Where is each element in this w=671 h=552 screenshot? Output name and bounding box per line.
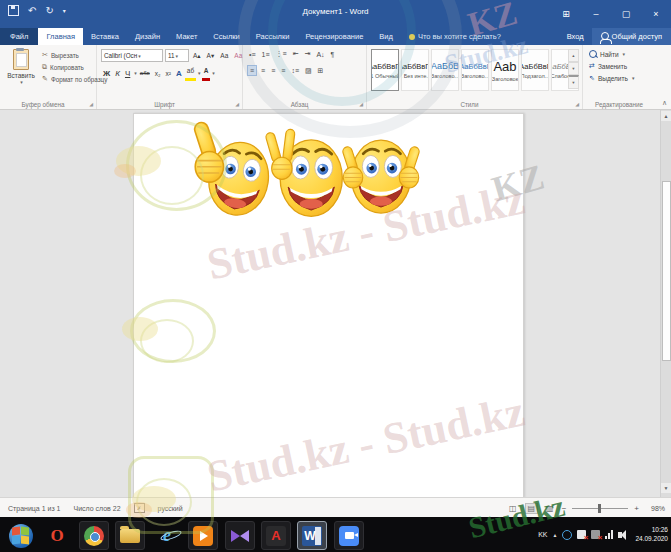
close-icon[interactable]: × [641,0,671,28]
sort-button[interactable]: А↓ [314,50,326,59]
read-mode-icon[interactable]: ◫ [507,504,519,513]
styles-dialog-launcher-icon[interactable]: ◢ [575,101,579,107]
print-layout-icon[interactable]: ▤ [525,503,539,514]
shading-button[interactable]: ▨ [303,66,314,76]
underline-button[interactable]: Ч [123,67,132,80]
web-layout-icon[interactable]: ▥ [544,504,556,513]
tab-references[interactable]: Ссылки [205,28,247,45]
paste-dropdown-icon[interactable]: ▾ [20,79,23,85]
minimize-icon[interactable]: – [581,0,611,28]
font-size-select[interactable]: 11▾ [165,49,189,62]
font-size-dropdown-icon[interactable]: ▾ [176,53,179,59]
style-heading1[interactable]: АаБбВЗаголово... [431,49,459,91]
taskbar-opera[interactable]: O [42,521,72,550]
document-page[interactable] [133,113,524,498]
zoom-in-icon[interactable]: + [634,504,639,513]
line-spacing-button[interactable]: ↕≡ [289,66,301,75]
bold-button[interactable]: Ж [101,67,112,80]
find-dropdown-icon[interactable]: ▾ [623,51,626,57]
collapse-ribbon-icon[interactable]: ∧ [662,99,667,107]
language-switcher[interactable]: KK [538,531,547,538]
scroll-down-icon[interactable]: ▼ [661,483,671,493]
restore-icon[interactable]: ▢ [611,0,641,28]
ribbon-options-icon[interactable]: ⊞ [551,0,581,28]
replace-button[interactable]: ⇄Заменить [589,62,634,70]
tab-home[interactable]: Главная [38,28,83,45]
multilevel-list-button[interactable]: ⋮≡ [274,49,289,59]
tab-layout[interactable]: Макет [168,28,205,45]
font-dialog-launcher-icon[interactable]: ◢ [235,101,239,107]
style-no-spacing[interactable]: АаБбВвГг1 Без инте... [401,49,429,91]
tab-design[interactable]: Дизайн [127,28,168,45]
italic-button[interactable]: К [113,67,122,80]
taskbar-video-app[interactable] [225,521,255,550]
select-dropdown-icon[interactable]: ▾ [632,75,635,81]
highlight-button[interactable]: аб [185,65,196,81]
style-normal[interactable]: АаБбВвГг1 Обычный [371,49,399,91]
find-button[interactable]: Найти▾ [589,50,634,58]
underline-dropdown-icon[interactable]: ▾ [134,70,137,76]
borders-button[interactable]: ⊞ [316,66,326,76]
scroll-up-icon[interactable]: ▲ [661,111,671,121]
sign-in-button[interactable]: Вход [559,28,592,45]
tray-flag-alert2-icon[interactable] [591,530,600,539]
language-indicator[interactable]: русский [158,505,183,512]
proofing-icon[interactable]: ✗ [134,503,145,513]
taskbar-word[interactable]: W [297,521,327,550]
zoom-level[interactable]: 98% [645,505,665,512]
change-case-button[interactable]: Аа [218,49,230,62]
text-effects-button[interactable]: А [174,67,184,80]
align-left-button[interactable]: ≡ [247,65,257,76]
scrollbar-thumb[interactable] [662,181,671,361]
paste-button[interactable]: Вставить ▾ [4,49,38,95]
taskbar-acrobat[interactable]: A [261,521,291,550]
font-family-select[interactable]: Calibri (Осн▾ [101,49,163,62]
share-button[interactable]: Общий доступ [592,28,671,45]
paragraph-dialog-launcher-icon[interactable]: ◢ [359,101,363,107]
bullets-button[interactable]: •≡ [247,50,258,59]
speaker-icon[interactable] [618,532,622,538]
font-color-button[interactable]: А [202,65,211,81]
emoji-two-thumbs-up-image[interactable] [342,113,420,219]
style-gallery-more-icon[interactable]: ▾ [568,75,579,89]
highlight-dropdown-icon[interactable]: ▾ [198,70,201,76]
subscript-button[interactable]: х₂ [153,67,163,80]
start-button[interactable] [6,521,36,550]
align-center-button[interactable]: ≡ [259,66,267,75]
font-color-dropdown-icon[interactable]: ▾ [212,70,215,76]
font-family-dropdown-icon[interactable]: ▾ [138,53,141,59]
show-marks-button[interactable]: ¶ [329,50,337,59]
strikethrough-button[interactable]: абв [138,67,152,80]
tab-view[interactable]: Вид [371,28,401,45]
taskbar-chrome[interactable] [79,521,109,550]
style-scroll-up-icon[interactable]: ▴ [568,49,579,62]
emoji-thumb-up-image[interactable] [192,113,270,219]
zoom-out-icon[interactable]: − [562,504,567,513]
increase-indent-button[interactable]: ⇥ [303,49,313,59]
signal-bars-icon[interactable] [605,530,613,539]
taskbar-media-player[interactable] [188,521,218,550]
align-right-button[interactable]: ≡ [269,66,277,75]
decrease-indent-button[interactable]: ⇤ [291,49,301,59]
justify-button[interactable]: ≡ [279,66,287,75]
grow-font-button[interactable]: А▴ [191,49,203,62]
shrink-font-button[interactable]: А▾ [205,49,217,62]
tell-me-box[interactable]: Что вы хотите сделать? [401,28,501,45]
tray-network-icon[interactable] [562,530,572,540]
style-scroll-down-icon[interactable]: ▾ [568,62,579,75]
page-indicator[interactable]: Страница 1 из 1 [8,505,60,512]
tray-clock[interactable]: 10:26 24.09.2020 [631,526,668,544]
zoom-slider[interactable] [572,508,628,509]
tab-mailings[interactable]: Рассылки [248,28,298,45]
tray-flag-alert-icon[interactable] [577,530,586,539]
style-title[interactable]: АabЗаголовок [491,49,519,91]
word-count[interactable]: Число слов 22 [73,505,120,512]
numbering-button[interactable]: 1≡ [260,50,272,59]
taskbar-explorer[interactable] [115,521,145,550]
emoji-victory-sign-image[interactable] [264,123,346,219]
style-subtitle[interactable]: АаБбВвГПодзагол... [521,49,549,91]
taskbar-camera-app[interactable] [334,521,364,550]
taskbar-internet-explorer[interactable]: e [152,521,182,550]
select-button[interactable]: ⇖Выделить▾ [589,74,634,82]
zoom-slider-knob[interactable] [598,504,601,513]
